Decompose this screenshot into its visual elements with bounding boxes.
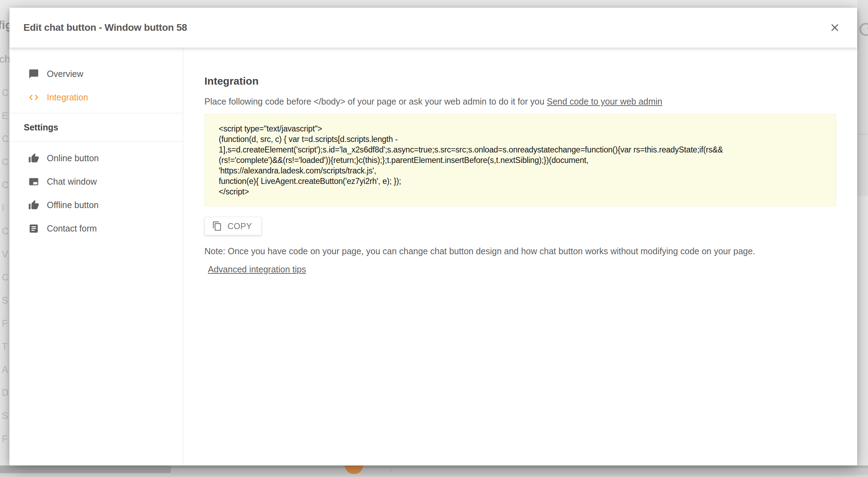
sidebar-item-label: Overview <box>47 69 83 79</box>
sidebar-item-label: Contact form <box>47 223 97 234</box>
note-text: Note: Once you have code on your page, y… <box>204 246 836 256</box>
chat-window-icon <box>28 176 39 187</box>
background-panel-edge <box>0 465 171 473</box>
copy-button-label: COPY <box>227 221 252 231</box>
background-text-fragment: S <box>2 411 9 421</box>
sidebar-settings-group: Online button Chat window Offline button <box>9 142 183 240</box>
background-text-fragment: E <box>2 111 9 121</box>
copy-button[interactable]: COPY <box>204 217 262 235</box>
background-text-fragment: C <box>2 134 9 144</box>
code-line: (rs!='complete')&&(rs!='loaded')){return… <box>219 155 822 165</box>
dialog-header: Edit chat button - Window button 58 <box>9 8 857 48</box>
background-text-fragment: A <box>2 364 9 375</box>
sidebar-item-contact-form[interactable]: Contact form <box>9 217 183 240</box>
sidebar-section-settings: Settings <box>9 113 183 141</box>
background-text-fragment: V <box>2 249 9 260</box>
background-text-fragment: C <box>2 226 9 237</box>
background-text-fragment: C <box>2 180 9 191</box>
instruction-line: Place following code before </body> of y… <box>204 97 836 107</box>
sidebar-item-integration[interactable]: Integration <box>9 86 183 109</box>
refresh-icon <box>856 20 868 39</box>
background-text-fragment: I <box>2 203 9 214</box>
code-line: 1],s=d.createElement('script');s.id='la_… <box>219 144 822 155</box>
sidebar-item-offline-button[interactable]: Offline button <box>9 193 183 217</box>
code-line: (function(d, src, c) { var t=d.scripts[d… <box>219 134 822 144</box>
code-line: </script> <box>219 186 822 197</box>
background-text-fragment: S <box>2 295 9 306</box>
thumb-icon <box>28 153 39 164</box>
background-text-fragment: ch <box>0 53 10 65</box>
dialog-title: Edit chat button - Window button 58 <box>23 22 826 33</box>
dialog-body: Overview Integration Settings <box>9 48 857 465</box>
contact-form-icon <box>28 223 39 234</box>
copy-icon <box>212 221 222 231</box>
background-text-fragment: D <box>2 387 9 398</box>
integration-panel: Integration Place following code before … <box>183 48 857 465</box>
background-text-fragment: C <box>2 87 9 98</box>
background-panel-divider <box>858 134 868 135</box>
background-text-fragment: C <box>2 157 9 168</box>
code-line: function(e){ LiveAgent.createButton('ez7… <box>219 176 822 186</box>
sidebar-item-label: Offline button <box>47 200 99 210</box>
sidebar-item-label: Online button <box>47 153 99 163</box>
background-panel-divider <box>390 465 391 472</box>
sidebar-item-label: Integration <box>47 92 88 102</box>
sidebar-item-chat-window[interactable]: Chat window <box>9 170 183 193</box>
screen: fig ch C E C C C I C V C S F T A D S F E… <box>0 0 868 477</box>
advanced-tips-link[interactable]: Advanced integration tips <box>208 264 306 275</box>
background-text-fragment: F <box>2 434 9 444</box>
panel-heading: Integration <box>204 75 836 87</box>
background-text-fragment: T <box>2 341 9 352</box>
code-line: <script type="text/javascript"> <box>219 123 822 134</box>
sidebar-item-online-button[interactable]: Online button <box>9 147 183 170</box>
send-code-link[interactable]: Send code to your web admin <box>547 97 663 106</box>
instruction-text: Place following code before </body> of y… <box>204 97 544 106</box>
background-text-fragment: C <box>2 272 9 283</box>
code-icon <box>28 92 39 103</box>
sidebar-item-label: Chat window <box>47 177 97 187</box>
background-panel-edge <box>171 468 868 475</box>
edit-chat-button-dialog: Edit chat button - Window button 58 Over… <box>9 8 857 465</box>
code-line: 'https://alexandra.ladesk.com/scripts/tr… <box>219 165 822 176</box>
integration-code-block[interactable]: <script type="text/javascript"> (functio… <box>204 114 836 206</box>
close-button[interactable] <box>826 19 844 37</box>
dialog-sidebar: Overview Integration Settings <box>9 48 183 465</box>
background-text-fragment: F <box>2 318 9 329</box>
chat-bubble-icon <box>28 69 39 79</box>
thumb-icon <box>28 200 39 211</box>
close-icon <box>829 22 841 34</box>
sidebar-item-overview[interactable]: Overview <box>9 62 183 86</box>
background-bottom-band <box>0 465 868 477</box>
